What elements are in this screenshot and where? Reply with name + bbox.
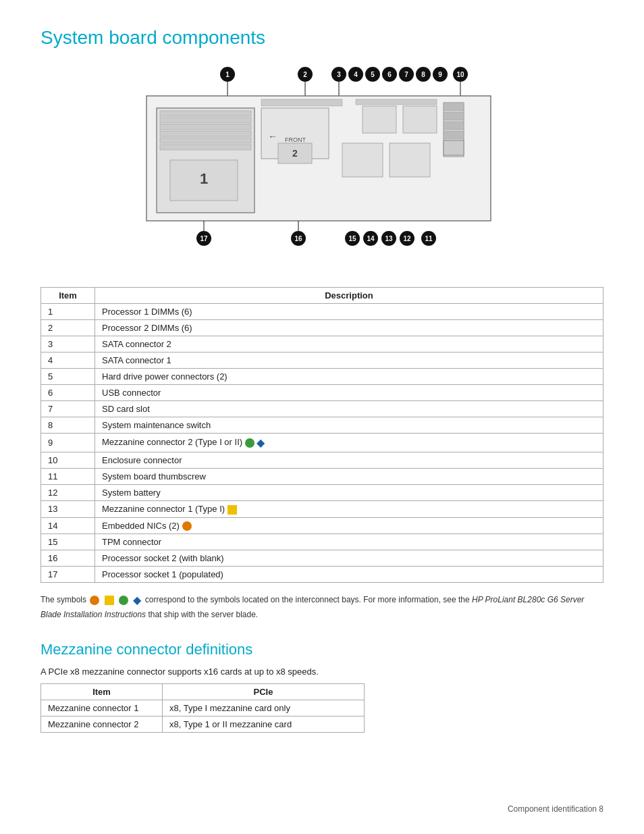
- svg-text:8: 8: [421, 71, 425, 78]
- svg-text:13: 13: [385, 235, 393, 242]
- svg-text:1: 1: [200, 170, 208, 187]
- table-row-desc: System battery: [95, 485, 603, 501]
- svg-rect-29: [160, 131, 251, 136]
- page-footer: Component identification 8: [508, 804, 603, 814]
- table-row-item: 13: [41, 501, 95, 518]
- orange-symbol: [90, 596, 99, 605]
- pcie-intro-text: A PCIe x8 mezzanine connector supports x…: [41, 667, 603, 677]
- mezz-row-item: Mezzanine connector 2: [41, 716, 163, 733]
- table-row-desc: TPM connector: [95, 534, 603, 550]
- blue-diamond-symbol: ◆: [133, 592, 141, 608]
- symbols-note: The symbols ◆ correspond to the symbols …: [41, 592, 603, 621]
- table-row-item: 11: [41, 469, 95, 485]
- section2-title: Mezzanine connector definitions: [41, 641, 603, 658]
- svg-text:2: 2: [292, 148, 298, 159]
- svg-rect-39: [261, 99, 342, 106]
- green-symbol: [119, 596, 128, 605]
- mezz-row-desc: x8, Type 1 or II mezzanine card: [163, 716, 365, 733]
- svg-rect-27: [160, 118, 251, 123]
- table-row-item: 5: [41, 369, 95, 385]
- svg-text:10: 10: [456, 71, 464, 78]
- svg-text:2: 2: [303, 71, 307, 78]
- mezz-row-item: Mezzanine connector 1: [41, 700, 163, 716]
- table-row-desc: SD card slot: [95, 401, 603, 417]
- svg-rect-26: [160, 111, 251, 116]
- table-row-item: 16: [41, 550, 95, 567]
- table-row-desc: Enclosure connector: [95, 452, 603, 469]
- table-row-desc: Processor 2 DIMMs (6): [95, 320, 603, 336]
- svg-text:4: 4: [354, 71, 358, 78]
- svg-text:11: 11: [425, 235, 433, 242]
- svg-rect-41: [444, 103, 464, 111]
- table-row-desc: Processor socket 2 (with blank): [95, 550, 603, 567]
- yellow-symbol: [105, 596, 114, 605]
- table-row-desc: SATA connector 1: [95, 353, 603, 369]
- svg-text:12: 12: [403, 235, 411, 242]
- table-row-desc: Hard drive power connectors (2): [95, 369, 603, 385]
- svg-rect-45: [444, 140, 464, 155]
- table-row-desc: Processor 1 DIMMs (6): [95, 304, 603, 320]
- svg-rect-44: [444, 131, 464, 139]
- table-row-item: 6: [41, 385, 95, 401]
- svg-text:5: 5: [371, 71, 375, 78]
- svg-text:1: 1: [225, 71, 230, 78]
- page-title: System board components: [41, 27, 603, 49]
- table-row-item: 9: [41, 434, 95, 452]
- table-row-item: 8: [41, 417, 95, 434]
- table-row-item: 15: [41, 534, 95, 550]
- board-svg: 1 2 3 4 5 6 7 8 9 10: [106, 62, 538, 251]
- table-row-item: 12: [41, 485, 95, 501]
- svg-text:6: 6: [387, 71, 392, 78]
- table-row-item: 10: [41, 452, 95, 469]
- svg-text:15: 15: [348, 235, 356, 242]
- svg-rect-47: [403, 106, 437, 133]
- svg-rect-30: [160, 138, 251, 143]
- svg-text:←: ←: [268, 131, 277, 142]
- table-row-desc: Processor socket 1 (populated): [95, 567, 603, 583]
- svg-text:9: 9: [438, 71, 442, 78]
- svg-rect-48: [342, 143, 383, 177]
- svg-text:17: 17: [200, 235, 208, 242]
- svg-text:FRONT: FRONT: [285, 136, 306, 143]
- col-item-header: Item: [41, 288, 95, 304]
- table-row-desc: Mezzanine connector 2 (Type I or II) ◆: [95, 434, 603, 452]
- mezz-col-item-header: Item: [41, 684, 163, 700]
- mezz-row-desc: x8, Type I mezzanine card only: [163, 700, 365, 716]
- table-row-item: 2: [41, 320, 95, 336]
- system-board-diagram: 1 2 3 4 5 6 7 8 9 10: [106, 62, 538, 253]
- svg-text:16: 16: [294, 235, 302, 242]
- svg-rect-50: [356, 99, 437, 105]
- svg-rect-43: [444, 122, 464, 130]
- svg-text:3: 3: [337, 71, 341, 78]
- mezzanine-table: Item PCIe Mezzanine connector 1x8, Type …: [41, 683, 365, 733]
- table-row-item: 7: [41, 401, 95, 417]
- table-row-desc: Mezzanine connector 1 (Type I): [95, 501, 603, 518]
- table-row-desc: Embedded NICs (2): [95, 517, 603, 534]
- col-desc-header: Description: [95, 288, 603, 304]
- svg-text:14: 14: [367, 235, 375, 242]
- table-row-item: 14: [41, 517, 95, 534]
- svg-rect-31: [160, 145, 251, 150]
- svg-rect-46: [363, 106, 396, 133]
- table-row-item: 3: [41, 336, 95, 353]
- table-row-desc: System board thumbscrew: [95, 469, 603, 485]
- component-table: Item Description 1Processor 1 DIMMs (6)2…: [41, 287, 603, 583]
- table-row-desc: USB connector: [95, 385, 603, 401]
- svg-rect-42: [444, 112, 464, 120]
- table-row-item: 1: [41, 304, 95, 320]
- mezz-col-pcie-header: PCIe: [163, 684, 365, 700]
- table-row-item: 17: [41, 567, 95, 583]
- svg-text:7: 7: [404, 71, 408, 78]
- svg-rect-49: [390, 143, 430, 177]
- table-row-desc: System maintenance switch: [95, 417, 603, 434]
- table-row-item: 4: [41, 353, 95, 369]
- table-row-desc: SATA connector 2: [95, 336, 603, 353]
- svg-rect-28: [160, 124, 251, 130]
